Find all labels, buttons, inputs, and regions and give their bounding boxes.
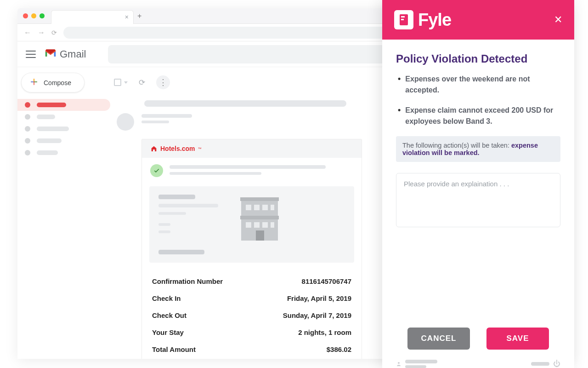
select-all-checkbox[interactable] xyxy=(114,79,121,86)
fyle-logo: Fyle xyxy=(394,10,451,30)
policy-title: Policy Violation Detected xyxy=(396,52,560,65)
svg-rect-5 xyxy=(240,216,279,219)
svg-rect-2 xyxy=(31,81,34,82)
svg-point-18 xyxy=(398,362,400,364)
tab-close-icon[interactable]: × xyxy=(125,13,129,21)
reload-icon[interactable]: ⟳ xyxy=(51,29,57,36)
sidebar-item[interactable] xyxy=(17,147,110,159)
detail-row: Confirmation Number 8116145706747 xyxy=(152,273,351,290)
sidebar-item[interactable] xyxy=(17,123,110,135)
policy-violation-text: Expense claim cannot exceed 200 USD for … xyxy=(405,105,560,127)
sidebar-item[interactable] xyxy=(17,111,110,123)
compose-plus-icon xyxy=(30,78,38,87)
policy-violation-item: • Expenses over the weekend are not acce… xyxy=(398,74,560,96)
check-icon xyxy=(150,164,163,177)
action-prefix: The following action(s) will be taken: xyxy=(402,142,511,149)
svg-rect-1 xyxy=(34,81,37,82)
action-banner: The following action(s) will be taken: e… xyxy=(396,136,560,162)
back-icon[interactable]: ← xyxy=(24,29,31,37)
detail-row: Your Stay 2 nights, 1 room xyxy=(152,324,351,341)
svg-rect-16 xyxy=(401,16,405,17)
svg-rect-8 xyxy=(262,205,268,210)
compose-label: Compose xyxy=(44,79,71,86)
svg-rect-4 xyxy=(240,197,279,201)
detail-label: Check In xyxy=(152,294,181,302)
detail-row: Total Amount $386.02 xyxy=(152,341,351,358)
avatar xyxy=(117,113,134,131)
hotels-brand: Hotels.com™ xyxy=(150,145,201,152)
svg-rect-9 xyxy=(271,205,274,210)
detail-label: Total Amount xyxy=(152,345,196,353)
policy-violation-item: • Expense claim cannot exceed 200 USD fo… xyxy=(398,105,560,127)
forward-icon[interactable]: → xyxy=(38,29,45,37)
fyle-actions: CANCEL SAVE xyxy=(382,319,574,350)
svg-rect-17 xyxy=(401,19,404,20)
select-all-dropdown-icon[interactable] xyxy=(124,81,128,84)
svg-rect-10 xyxy=(246,222,251,228)
detail-row: Check Out Sunday, April 7, 2019 xyxy=(152,307,351,324)
detail-label: Your Stay xyxy=(152,328,184,336)
svg-rect-7 xyxy=(254,205,260,210)
menu-icon[interactable] xyxy=(26,51,36,58)
window-zoom-icon[interactable] xyxy=(40,13,45,18)
svg-rect-12 xyxy=(262,222,268,228)
cancel-button[interactable]: CANCEL xyxy=(407,328,470,350)
new-tab-button[interactable]: + xyxy=(137,12,141,20)
email-hero xyxy=(149,186,354,263)
more-icon[interactable]: ⋮ xyxy=(156,75,170,89)
compose-button[interactable]: Compose xyxy=(21,73,85,92)
refresh-icon[interactable]: ⟳ xyxy=(139,78,145,87)
subject-placeholder xyxy=(144,100,346,107)
svg-rect-11 xyxy=(254,222,260,228)
fyle-logo-text: Fyle xyxy=(418,10,451,30)
window-close-icon[interactable] xyxy=(23,13,28,18)
user-icon xyxy=(396,361,401,367)
svg-rect-6 xyxy=(246,205,251,210)
sidebar-item[interactable] xyxy=(17,135,110,147)
fyle-header: Fyle ✕ xyxy=(382,0,574,40)
explanation-input[interactable]: Please provide an explaination . . . xyxy=(396,173,560,227)
save-button[interactable]: SAVE xyxy=(486,328,549,350)
booking-details: Confirmation Number 8116145706747 Check … xyxy=(142,269,362,359)
window-controls xyxy=(23,13,45,18)
detail-row: Check In Friday, April 5, 2019 xyxy=(152,290,351,307)
browser-tab[interactable]: × xyxy=(51,10,134,24)
policy-violation-list: • Expenses over the weekend are not acce… xyxy=(396,74,560,127)
detail-label: Check Out xyxy=(152,311,187,319)
policy-violation-text: Expenses over the weekend are not accept… xyxy=(405,74,560,96)
detail-value: Sunday, April 7, 2019 xyxy=(283,311,351,319)
detail-value: Friday, April 5, 2019 xyxy=(287,294,351,302)
email-card: Hotels.com™ xyxy=(141,139,362,359)
svg-rect-13 xyxy=(271,222,274,228)
fyle-logo-icon xyxy=(394,10,413,29)
detail-value: $386.02 xyxy=(327,345,351,353)
close-icon[interactable]: ✕ xyxy=(554,14,562,26)
gmail-brand-text: Gmail xyxy=(60,48,86,60)
confirmation-banner xyxy=(142,158,362,184)
window-minimize-icon[interactable] xyxy=(31,13,36,18)
power-icon[interactable]: ⏻ xyxy=(553,360,560,368)
detail-value: 8116145706747 xyxy=(302,277,351,285)
gmail-m-icon xyxy=(44,48,57,60)
detail-label: Confirmation Number xyxy=(152,277,223,285)
gmail-logo: Gmail xyxy=(44,48,86,60)
svg-rect-0 xyxy=(34,79,34,81)
sidebar-item[interactable] xyxy=(17,99,110,111)
svg-rect-14 xyxy=(256,230,264,241)
hotels-brand-text: Hotels.com xyxy=(160,145,195,152)
fyle-body: Policy Violation Detected • Expenses ove… xyxy=(382,40,574,319)
fyle-footer: ⏻ xyxy=(382,350,574,368)
hotel-icon xyxy=(232,195,287,245)
gmail-sidebar: Compose xyxy=(17,67,114,359)
detail-value: 2 nights, 1 room xyxy=(298,328,351,336)
fyle-panel: Fyle ✕ Policy Violation Detected • Expen… xyxy=(382,0,574,368)
email-brand-header: Hotels.com™ xyxy=(142,139,362,158)
